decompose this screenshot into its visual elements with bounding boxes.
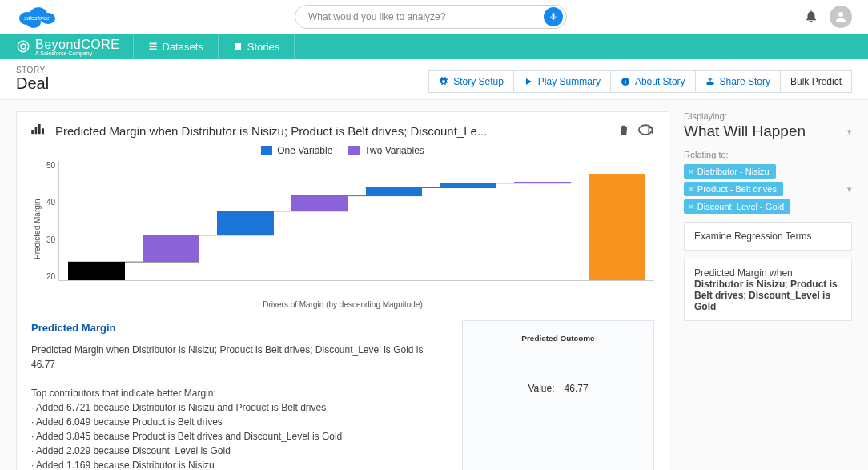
about-story-button[interactable]: i About Story <box>611 70 696 93</box>
side-panel: Displaying: What Will Happen ▾ Relating … <box>684 111 852 321</box>
brand-logo: BeyondCORE A Salesforce Company <box>16 38 120 56</box>
waterfall-bar <box>134 161 208 280</box>
filter-chip[interactable]: ×Product - Belt drives <box>684 182 783 196</box>
notification-icon[interactable] <box>804 9 818 26</box>
contribution-line: · Added 6.049 because Product is Belt dr… <box>31 415 448 429</box>
play-summary-button[interactable]: Play Summary <box>514 70 611 93</box>
chart-title: Predicted Margin when Distributor is Nis… <box>55 124 608 138</box>
legend-one-variable: One Variable <box>261 145 332 156</box>
story-title: Deal <box>16 74 49 93</box>
waterfall-bar <box>208 161 283 280</box>
chip-label: Distributor - Nisizu <box>697 167 770 176</box>
svg-point-7 <box>21 44 26 49</box>
share-story-button[interactable]: Share Story <box>696 70 781 93</box>
action-buttons: Story Setup Play Summary i About Story S… <box>428 70 852 93</box>
chevron-down-icon[interactable]: ▾ <box>847 184 852 195</box>
nav-bar: BeyondCORE A Salesforce Company Datasets… <box>0 34 868 59</box>
avatar[interactable] <box>830 6 852 28</box>
waterfall-chart: Predicted Margin 50 40 30 20 <box>31 161 654 297</box>
r-export-icon[interactable]: R <box>638 123 654 139</box>
summary-line: Predicted Margin when Distributor is Nis… <box>31 343 448 372</box>
prediction-summary-box[interactable]: Predicted Margin when Distributor is Nis… <box>684 259 852 321</box>
main-panel: Predicted Margin when Distributor is Nis… <box>16 111 669 470</box>
nav-label: Datasets <box>163 41 203 53</box>
chart-legend: One Variable Two Variables <box>31 145 654 156</box>
close-icon[interactable]: × <box>689 203 693 211</box>
predicted-outcome-box: Predicted Outcome Value: 46.77 <box>462 320 654 470</box>
chip-label: Product - Belt drives <box>697 184 777 194</box>
svg-rect-11 <box>35 127 38 135</box>
waterfall-bar <box>59 161 134 280</box>
svg-text:i: i <box>625 79 626 85</box>
svg-rect-12 <box>38 124 41 134</box>
analysis-text: Predicted Margin Predicted Margin when D… <box>31 320 448 470</box>
svg-text:salesforce: salesforce <box>24 15 50 21</box>
brand-name: BeyondCORE <box>35 38 120 52</box>
sub-header: STORY Deal Story Setup Play Summary i Ab… <box>0 59 868 100</box>
chevron-down-icon: ▾ <box>847 127 852 137</box>
predicted-margin-heading: Predicted Margin <box>31 320 448 336</box>
y-axis-ticks: 50 40 30 20 <box>43 161 58 281</box>
waterfall-bar <box>357 161 432 280</box>
outcome-heading: Predicted Outcome <box>476 334 641 343</box>
salesforce-logo: salesforce <box>16 2 58 31</box>
close-icon[interactable]: × <box>689 185 693 194</box>
svg-rect-13 <box>42 128 44 134</box>
chart-type-icon[interactable] <box>31 124 46 138</box>
waterfall-bar <box>283 161 357 280</box>
contrib-heading: Top contributors that indicate better Ma… <box>31 386 448 400</box>
svg-point-6 <box>18 41 29 52</box>
outcome-label: Value: <box>528 383 554 394</box>
relating-label: Relating to: <box>684 150 852 159</box>
waterfall-bar <box>431 161 505 280</box>
displaying-dropdown[interactable]: What Will Happen ▾ <box>684 123 852 140</box>
svg-rect-10 <box>31 130 34 134</box>
legend-two-variables: Two Variables <box>348 145 424 156</box>
nav-label: Stories <box>247 41 279 53</box>
outcome-value: 46.77 <box>565 383 589 394</box>
contribution-line: · Added 3.845 because Product is Belt dr… <box>31 429 448 444</box>
chip-label: Discount_Level - Gold <box>697 202 784 211</box>
nav-stories[interactable]: Stories <box>218 34 295 59</box>
svg-text:R: R <box>648 126 654 135</box>
close-icon[interactable]: × <box>689 167 693 176</box>
delete-icon[interactable] <box>617 123 630 139</box>
search-placeholder: What would you like to analyze? <box>308 11 544 22</box>
story-kicker: STORY <box>16 66 49 74</box>
regression-terms-box[interactable]: Examine Regression Terms <box>684 222 852 251</box>
filter-chip[interactable]: ×Discount_Level - Gold <box>684 199 790 214</box>
waterfall-bar <box>580 161 654 280</box>
search-input[interactable]: What would you like to analyze? <box>295 5 567 29</box>
contribution-line: · Added 6.721 because Distributor is Nis… <box>31 400 448 415</box>
displaying-label: Displaying: <box>684 111 852 121</box>
nav-datasets[interactable]: Datasets <box>133 34 218 59</box>
y-axis-label: Predicted Margin <box>31 161 43 297</box>
story-setup-button[interactable]: Story Setup <box>428 70 514 93</box>
x-axis-label: Drivers of Margin (by descending Magnitu… <box>31 300 654 309</box>
bulk-predict-button[interactable]: Bulk Predict <box>781 70 852 93</box>
svg-point-5 <box>838 12 843 17</box>
contribution-line: · Added 2.029 because Discount_Level is … <box>31 444 448 458</box>
filter-chip[interactable]: ×Distributor - Nisizu <box>684 164 776 179</box>
waterfall-bar <box>505 161 580 280</box>
mic-button[interactable] <box>544 7 563 26</box>
top-header: salesforce What would you like to analyz… <box>0 0 868 34</box>
contribution-line: · Added 1.169 because Distributor is Nis… <box>31 458 448 471</box>
